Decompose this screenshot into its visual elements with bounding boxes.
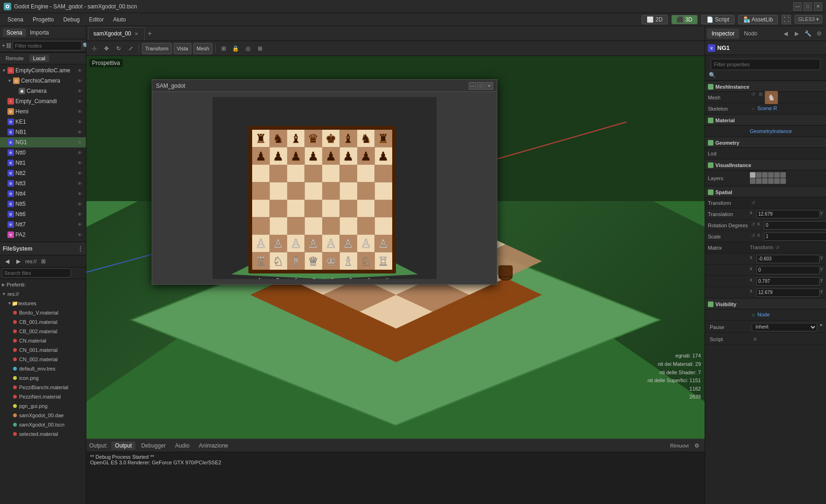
scale-reset-btn[interactable]: ↺	[750, 232, 756, 239]
tree-item-emptycomandi[interactable]: ○ Empty_Comandi 👁	[0, 96, 86, 106]
tab-local[interactable]: Local	[29, 55, 49, 62]
matrix-reset-btn[interactable]: ↺	[774, 245, 781, 251]
m1-x-input[interactable]	[756, 266, 819, 274]
tab-importa[interactable]: Importa	[26, 28, 53, 37]
eye-icon-ntt4[interactable]: 👁	[78, 191, 84, 196]
section-header-visualinstance[interactable]: VisualInstance	[705, 160, 826, 170]
tree-item-nb1[interactable]: ※ NB1 👁	[0, 127, 86, 137]
tree-item-ng1[interactable]: ※ NG1 👁	[0, 137, 86, 147]
select-tool[interactable]: ⊹	[89, 43, 99, 54]
fs-item-pezzineri[interactable]: PezziNeri.material	[0, 392, 86, 401]
mesh-edit-btn[interactable]: ⊞	[757, 91, 764, 98]
tab-output[interactable]: Output	[111, 441, 135, 450]
gw-close[interactable]: ✕	[486, 82, 493, 90]
vista-button[interactable]: Vista	[174, 43, 191, 54]
tab-audio[interactable]: Audio	[171, 441, 193, 450]
tab-add-button[interactable]: +	[145, 28, 155, 39]
fs-item-cb002[interactable]: CB_002.material	[0, 327, 86, 336]
rotation-reset-btn[interactable]: ↺	[750, 221, 756, 228]
tree-item-ntt7[interactable]: ※ Ntt7 👁	[0, 219, 86, 230]
tree-item-emptycameras[interactable]: ▼ ○ EmptyControlloC.ame 👁	[0, 65, 86, 76]
move-tool[interactable]: ✥	[101, 43, 112, 54]
eye-icon-hemi[interactable]: 👁	[78, 109, 84, 114]
layer-sq-5[interactable]	[774, 172, 780, 178]
tab-debugger[interactable]: Debugger	[137, 441, 169, 450]
m3-x-input[interactable]	[756, 288, 819, 297]
rotation-x-input[interactable]	[764, 221, 826, 230]
section-header-geometry[interactable]: Geometry	[705, 138, 826, 148]
section-header-visibility[interactable]: Visibility	[705, 299, 826, 309]
eye-icon-ec[interactable]: 👁	[78, 99, 84, 104]
tab-inspector[interactable]: Inspector	[707, 28, 739, 39]
eye-icon-ntt0[interactable]: 👁	[78, 150, 84, 155]
tab-animazione[interactable]: Animazione	[195, 441, 232, 450]
layer-sq-8[interactable]	[756, 178, 762, 184]
eye-icon-cam[interactable]: 👁	[78, 89, 84, 94]
transform-reset-btn[interactable]: ↺	[750, 200, 756, 206]
filter-properties-input[interactable]	[711, 59, 820, 70]
script-empty-btn[interactable]: ⊕	[752, 336, 758, 343]
output-settings-button[interactable]: ⚙	[692, 441, 702, 451]
search-files-input[interactable]	[2, 268, 71, 278]
tab-samxgodot[interactable]: samXgodot_00 ✕	[88, 27, 145, 40]
tree-item-ntt1[interactable]: ※ Ntt1 👁	[0, 158, 86, 168]
eye-icon[interactable]: 👁	[78, 68, 84, 73]
eye-icon-ntt6[interactable]: 👁	[78, 212, 84, 217]
add-node-button[interactable]: +	[2, 41, 5, 51]
eye-icon-ng1[interactable]: 👁	[78, 140, 84, 145]
layer-sq-4[interactable]	[768, 172, 774, 178]
layer-sq-7[interactable]	[750, 178, 755, 184]
tab-nodo[interactable]: Nodo	[739, 28, 762, 39]
eye-icon-cerch[interactable]: 👁	[78, 78, 84, 84]
lock-button[interactable]: 🔒	[231, 43, 241, 54]
output-rimuovi-button[interactable]: Rimuovi	[667, 441, 692, 451]
fs-item-textures[interactable]: ▼ 📁 textures	[0, 299, 86, 308]
tree-item-pa2a[interactable]: ※ PA2 👁	[0, 230, 86, 240]
mode-2d[interactable]: ⬜ 2D	[642, 15, 668, 24]
vis-radio[interactable]: ○	[750, 312, 756, 318]
gw-maximize[interactable]: □	[477, 82, 485, 90]
skeleton-link[interactable]: Scene R	[757, 105, 777, 112]
m0-x-input[interactable]	[756, 255, 819, 263]
fs-item-cn001[interactable]: CN_001.material	[0, 345, 86, 355]
fs-item-icon[interactable]: icon.png	[0, 373, 86, 383]
fs-item-selected[interactable]: selected.material	[0, 429, 86, 439]
mode-script[interactable]: 📄 Script	[701, 15, 734, 24]
tab-close-main[interactable]: ✕	[133, 30, 140, 37]
mode-3d[interactable]: ⬛ 3D	[671, 15, 698, 24]
filter-nodes-input[interactable]	[13, 41, 82, 50]
m2-x-input[interactable]	[756, 277, 819, 286]
tab-remote[interactable]: Remote	[2, 55, 28, 62]
eye-icon-pa2a[interactable]: 👁	[78, 232, 84, 238]
tree-item-cerchcam[interactable]: ▼ ◎ CerchioCamera 👁	[0, 76, 86, 86]
fs-item-root[interactable]: ▼ res://	[0, 289, 86, 299]
section-header-spatial[interactable]: Spatial	[705, 187, 826, 197]
fs-item-tscn[interactable]: samXgodot_00.tscn	[0, 420, 86, 429]
mesh-button[interactable]: Mesh	[193, 43, 212, 54]
filter-search-icon[interactable]: 🔍	[709, 72, 716, 78]
fs-item-default-env[interactable]: default_env.tres	[0, 364, 86, 373]
layer-sq-3[interactable]	[762, 172, 768, 178]
mesh-reset-btn[interactable]: ↺	[750, 91, 756, 98]
gw-minimize[interactable]: —	[469, 82, 476, 90]
rotate-tool[interactable]: ↻	[113, 43, 124, 54]
fullscreen-button[interactable]: ⛶	[782, 15, 791, 24]
fs-forward-button[interactable]: ▶	[13, 256, 23, 266]
fs-item-cn[interactable]: CN.material	[0, 336, 86, 345]
fs-back-button[interactable]: ◀	[2, 256, 12, 266]
tree-item-ntt3[interactable]: ※ Ntt3 👁	[0, 178, 86, 189]
menu-debug[interactable]: Debug	[59, 15, 83, 24]
minimize-button[interactable]: —	[793, 2, 802, 11]
tree-item-ke1[interactable]: ※ KE1 👁	[0, 117, 86, 127]
insp-settings-button[interactable]: ⚙	[814, 28, 824, 39]
eye-icon-ke1[interactable]: 👁	[78, 119, 84, 125]
tab-scena[interactable]: Scena	[3, 28, 26, 37]
layer-sq-10[interactable]	[768, 178, 774, 184]
snap-button[interactable]: ⊞	[219, 43, 229, 54]
pause-select[interactable]: InheritStopProcess	[752, 323, 817, 331]
fs-item-dae[interactable]: samXgodot_00.dae	[0, 411, 86, 420]
filesystem-menu-button[interactable]: ⋮	[78, 245, 83, 252]
insp-history-button[interactable]: 🔧	[803, 28, 813, 39]
tree-item-ntt2[interactable]: ※ Ntt2 👁	[0, 168, 86, 178]
eye-icon-nb1[interactable]: 👁	[78, 130, 84, 135]
